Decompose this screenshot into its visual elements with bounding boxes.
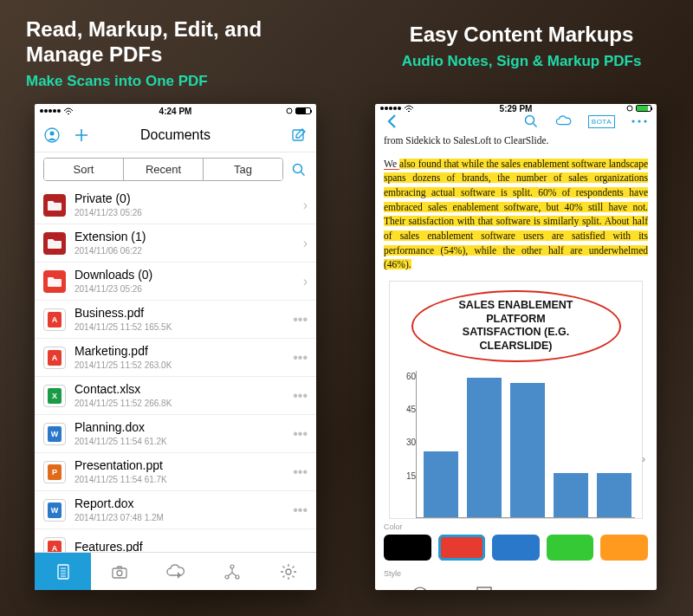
folder-icon [43,232,66,255]
file-icon: A [43,347,66,369]
tab-network[interactable] [204,553,260,590]
more-icon[interactable]: ••• [288,388,308,404]
chart-title-oval: SALES ENABLEMENT PLATFORMSATISFACTION (E… [411,290,621,362]
color-swatch[interactable] [600,535,648,561]
back-button[interactable] [384,113,401,130]
shape-circle[interactable] [388,581,452,590]
chart-bars [416,371,635,518]
bar [467,378,502,517]
tab-bar [35,552,316,590]
color-swatch[interactable] [547,535,594,561]
bar [424,451,458,517]
y-tick: 30 [406,437,416,450]
file-list[interactable]: Private (0)2014/11/23 05:26›Extension (1… [35,186,316,552]
bar [554,473,588,517]
cloud-sync-icon[interactable] [555,113,573,130]
segment-recent[interactable]: Recent [124,159,204,180]
wifi-icon [63,107,74,115]
account-icon[interactable] [43,126,61,144]
status-bar: 4:24 PM [35,104,316,118]
y-tick: 60 [406,371,416,384]
chevron-right-icon: › [642,452,645,467]
item-name: Report.dox [74,497,288,510]
item-name: Marketing.pdf [74,345,288,358]
orientation-lock-icon [286,107,293,115]
folder-row[interactable]: Downloads (0)2014/11/23 05:26› [35,263,316,301]
status-time: 4:24 PM [35,107,316,116]
tab-settings[interactable] [260,553,316,590]
more-icon[interactable]: ••• [288,426,308,442]
svg-point-12 [627,106,632,111]
item-name: Presentation.ppt [74,459,288,472]
shape-line[interactable] [580,581,644,590]
segment-tag[interactable]: Tag [204,159,282,180]
item-meta: 2014/11/06 06:22 [74,246,298,256]
search-icon[interactable] [290,161,308,178]
phone-markup: 5:29 PM BOTA from Sidekick to SalesLoft … [375,104,657,590]
tab-camera[interactable] [91,553,147,590]
tab-cloud[interactable] [147,553,204,590]
search-icon[interactable] [522,113,540,130]
file-row[interactable]: ABusiness.pdf2014/11/25 11:52 165.5K••• [35,301,316,339]
color-swatch[interactable] [492,535,540,561]
folder-row[interactable]: Extension (1)2014/11/06 06:22› [35,224,316,263]
nav-bar: Documents [35,118,316,152]
more-icon[interactable]: ••• [288,312,308,327]
more-icon[interactable]: ••• [288,464,308,480]
item-meta: 2014/11/23 05:26 [74,208,298,217]
phone-documents: 4:24 PM Documents Sort Recent Tag [35,104,316,590]
file-icon: W [43,499,66,522]
more-icon[interactable] [631,113,648,130]
segment-sort[interactable]: Sort [44,159,124,180]
shape-square[interactable] [452,581,516,590]
more-icon[interactable]: ••• [288,503,308,518]
doc-nav: BOTA [375,113,657,130]
doc-highlight: also found that while the sales enableme… [384,159,648,270]
file-row[interactable]: XContact.xlsx2014/11/25 11:52 266.8K••• [35,377,316,415]
segmented-control[interactable]: Sort Recent Tag [43,158,283,181]
file-row[interactable]: AFeatures.pdf [35,529,316,552]
wifi-icon [404,105,414,113]
item-name: Features.pdf [74,541,302,552]
left-headline: Read, Markup, Edit, and Manage PDFs [26,17,321,68]
svg-point-15 [638,120,640,122]
bota-button[interactable]: BOTA [588,115,615,128]
y-tick: 15 [406,470,416,483]
item-meta: 2014/11/23 07:48 1.2M [74,513,288,522]
file-row[interactable]: PPresentation.ppt2014/11/25 11:54 61.7K•… [35,453,316,491]
file-row[interactable]: AMarketing.pdf2014/11/25 11:52 263.0K••• [35,339,316,377]
compose-button[interactable] [290,126,308,144]
color-palette[interactable] [375,531,657,566]
file-row[interactable]: WReport.dox2014/11/23 07:48 1.2M••• [35,491,316,529]
chevron-right-icon[interactable]: › [644,587,648,590]
more-icon[interactable]: ••• [288,350,308,366]
tab-documents[interactable] [35,553,91,590]
bar [510,383,545,517]
item-meta: 2014/11/25 11:54 61.7K [74,475,288,484]
svg-rect-18 [477,587,491,590]
color-swatch[interactable] [384,535,431,561]
file-row[interactable]: WPlanning.dox2014/11/25 11:54 61.2K••• [35,415,316,453]
file-icon: A [43,308,66,331]
folder-row[interactable]: Private (0)2014/11/23 05:26› [35,186,316,224]
shape-arrow[interactable] [516,581,580,590]
chart-container: SALES ENABLEMENT PLATFORMSATISFACTION (E… [389,281,643,519]
item-meta: 2014/11/25 11:52 263.0K [74,360,288,370]
svg-rect-6 [113,568,126,578]
chevron-right-icon[interactable]: › [298,236,308,251]
chevron-right-icon[interactable]: › [298,198,308,213]
color-swatch[interactable] [438,535,486,561]
svg-point-11 [286,569,291,574]
chevron-right-icon[interactable]: › [298,274,308,289]
battery-icon [295,107,311,114]
doc-lead: We [384,159,399,170]
chart-y-axis: 60453015 [397,371,416,518]
file-icon: P [43,461,66,483]
add-button[interactable] [73,126,90,144]
file-icon: X [43,385,66,407]
style-row[interactable]: ‹ › [375,578,657,590]
right-headline: Easy Content Markups [374,23,669,48]
item-meta: 2014/11/25 11:52 266.8K [74,399,288,408]
document-page[interactable]: from Sidekick to SalesLoft to ClearSlide… [375,130,657,519]
svg-point-2 [50,131,55,135]
